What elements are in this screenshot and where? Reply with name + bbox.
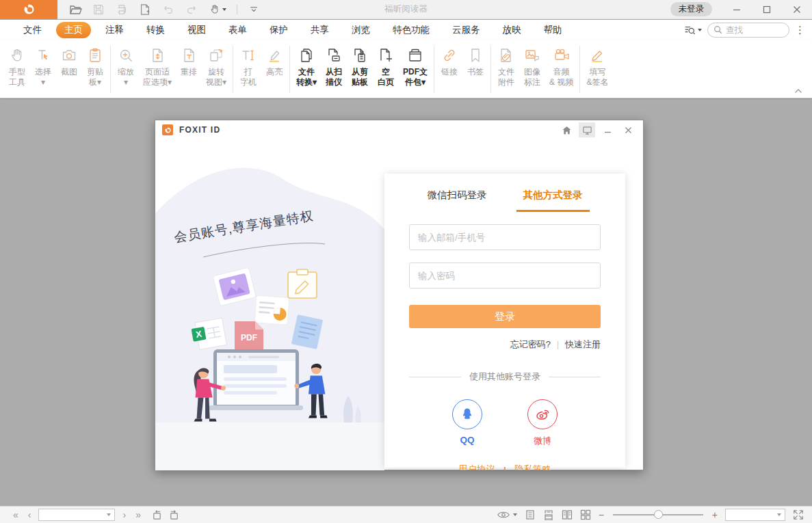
ribbon-item-pdf-portfolio[interactable]: PDF文 件包▾ — [399, 42, 432, 96]
ribbon-item-rotate-view[interactable]: 旋转 视图▾ — [202, 42, 231, 96]
ribbon-item-bookmark[interactable]: 书签 — [462, 42, 488, 96]
previous-view-icon[interactable] — [151, 509, 163, 521]
tab-share[interactable]: 共享 — [302, 22, 337, 38]
customize-toolbar-icon[interactable] — [246, 2, 262, 17]
open-file-icon[interactable] — [67, 2, 83, 17]
ribbon-item-select[interactable]: 选择 ▾ — [30, 42, 56, 96]
ribbon-item-label: 链接 — [441, 67, 458, 77]
minimize-button[interactable] — [722, 0, 752, 19]
find-options-icon[interactable] — [683, 24, 702, 36]
zoom-in-icon[interactable]: + — [712, 510, 718, 520]
view-mode-icon[interactable] — [497, 510, 510, 520]
tab-help[interactable]: 帮助 — [536, 22, 571, 38]
quick-register-link[interactable]: 快速注册 — [565, 338, 601, 351]
login-button[interactable]: 登录 — [409, 305, 601, 328]
ribbon-item-from-scanner[interactable]: 从扫 描仪 — [321, 42, 347, 96]
ribbon-item-zoom[interactable]: 缩放 ▾ — [113, 42, 139, 96]
next-page-icon[interactable]: › — [118, 510, 131, 520]
tab-present[interactable]: 放映 — [495, 22, 529, 38]
zoom-level-input[interactable] — [729, 510, 777, 520]
search-input[interactable] — [726, 25, 774, 35]
zoom-slider[interactable] — [613, 514, 703, 515]
user-agreement-link[interactable]: 用户协议 — [458, 464, 495, 470]
page-number-box[interactable] — [38, 509, 115, 521]
tab-convert[interactable]: 转换 — [138, 22, 173, 38]
tab-comment[interactable]: 注释 — [97, 22, 132, 38]
zoom-slider-handle[interactable] — [654, 510, 663, 519]
print-icon[interactable] — [114, 2, 130, 17]
login-tabs: 微信扫码登录 其他方式登录 — [409, 174, 601, 212]
tab-other-login[interactable]: 其他方式登录 — [505, 189, 601, 212]
ribbon-item-clipboard[interactable]: 剪贴 板▾ — [82, 42, 108, 96]
maximize-button[interactable] — [752, 0, 782, 19]
more-options-icon[interactable]: ⋮ — [795, 27, 805, 33]
ribbon-item-file-attachment[interactable]: 文件 附件 — [493, 42, 519, 96]
weibo-login-button[interactable]: 微博 — [527, 399, 558, 447]
tab-home[interactable]: 主页 — [56, 22, 91, 38]
first-page-icon[interactable]: « — [8, 510, 23, 520]
ribbon-collapse-icon[interactable] — [794, 88, 802, 94]
undo-icon[interactable] — [160, 2, 176, 17]
search-box[interactable] — [707, 23, 789, 38]
last-page-icon[interactable]: » — [131, 510, 146, 520]
login-status-button[interactable]: 未登录 — [670, 2, 713, 16]
facing-continuous-icon[interactable] — [580, 509, 591, 520]
ribbon-item-blank-page[interactable]: 空 白页 — [373, 42, 399, 96]
privacy-policy-link[interactable]: 隐私策略 — [514, 464, 551, 470]
ribbon-item-from-clipboard[interactable]: 从剪 贴板 — [347, 42, 373, 96]
save-icon[interactable] — [90, 2, 107, 17]
bookmark-icon — [467, 43, 484, 67]
tab-features[interactable]: 特色功能 — [384, 22, 438, 38]
zoom-out-icon[interactable]: − — [599, 510, 604, 520]
dialog-feedback-icon[interactable] — [579, 122, 595, 137]
new-document-icon[interactable] — [137, 2, 153, 17]
ribbon-item-highlight[interactable]: 高亮 — [261, 42, 287, 96]
single-page-icon[interactable] — [525, 509, 536, 520]
continuous-page-icon[interactable] — [543, 509, 554, 520]
ribbon-item-audio-video[interactable]: 音频 & 视频 — [545, 42, 577, 96]
agreement-separator: | — [503, 465, 506, 471]
tab-protect[interactable]: 保护 — [261, 22, 296, 38]
social-login-row: QQ 微博 — [409, 399, 601, 447]
foxit-id-dialog: FOXIT ID — [155, 120, 644, 470]
view-mode-caret-icon[interactable] — [513, 513, 517, 516]
tab-browse[interactable]: 浏览 — [343, 22, 378, 38]
ribbon-item-image-annotation[interactable]: 图像 标注 — [519, 42, 545, 96]
dialog-close-icon[interactable] — [620, 122, 636, 137]
qq-login-button[interactable]: QQ — [452, 399, 482, 447]
tab-wechat-login[interactable]: 微信扫码登录 — [409, 189, 505, 212]
next-view-icon[interactable] — [168, 509, 180, 521]
ribbon-item-snapshot[interactable]: 截图 — [56, 42, 82, 96]
login-card: 微信扫码登录 其他方式登录 登录 忘记密码? | 快速注册 使用其他账号登录 — [384, 174, 625, 468]
tab-form[interactable]: 表单 — [220, 22, 255, 38]
facing-pages-icon[interactable] — [562, 509, 573, 520]
ribbon-item-fit-page[interactable]: 页面适 应选项▾ — [139, 42, 176, 96]
zoom-level-box[interactable] — [725, 509, 785, 521]
ribbon-item-convert-files[interactable]: 文件 转换▾ — [292, 42, 321, 96]
clipboard-icon — [86, 43, 104, 67]
hand-mode-icon[interactable] — [207, 2, 228, 17]
tab-file[interactable]: 文件 — [15, 22, 50, 38]
dialog-minimize-icon[interactable] — [599, 122, 616, 137]
ribbon-item-hand-tool[interactable]: 手型 工具 — [4, 42, 30, 96]
tab-cloud[interactable]: 云服务 — [444, 22, 488, 38]
window-titlebar: 福昕阅读器 未登录 — [0, 0, 812, 19]
forgot-password-link[interactable]: 忘记密码? — [510, 338, 551, 351]
link-icon — [441, 43, 458, 67]
ribbon-item-label: 音频 & 视频 — [549, 67, 573, 88]
ribbon-item-typewriter[interactable]: 打 字机 — [235, 42, 261, 96]
close-button[interactable] — [782, 0, 812, 19]
password-input[interactable] — [418, 271, 592, 281]
ribbon-item-reflow[interactable]: 重排 — [176, 42, 202, 96]
ribbon-item-label: 文件 转换▾ — [296, 67, 317, 88]
ribbon-item-fill-sign[interactable]: 填写 &签名 — [582, 42, 612, 96]
dialog-home-icon[interactable] — [558, 122, 575, 137]
page-number-input[interactable] — [42, 510, 107, 520]
previous-page-icon[interactable]: ‹ — [23, 510, 36, 520]
tab-view[interactable]: 视图 — [179, 22, 214, 38]
account-input[interactable] — [418, 232, 592, 243]
redo-icon[interactable] — [183, 2, 200, 17]
pdf-portfolio-icon — [406, 43, 424, 67]
ribbon-item-link[interactable]: 链接 — [436, 42, 462, 96]
fullscreen-icon[interactable] — [793, 509, 804, 520]
